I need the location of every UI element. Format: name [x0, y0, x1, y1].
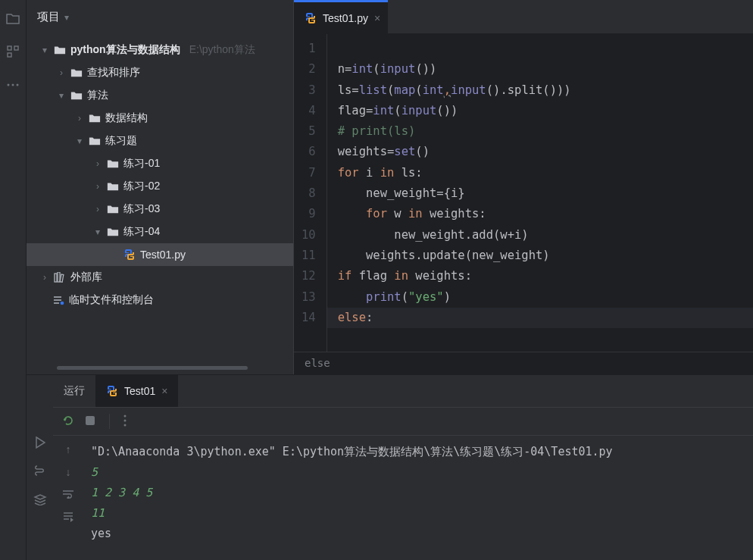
svg-rect-10	[86, 416, 95, 425]
chevron-right-icon: ›	[93, 181, 102, 192]
code-content[interactable]: n=int(input()) ls=list(map(int,input().s…	[327, 34, 571, 352]
tree-item-label: 练习-03	[123, 202, 160, 216]
project-tool-icon[interactable]	[4, 9, 22, 27]
folder-icon	[54, 45, 66, 55]
svg-point-9	[61, 302, 64, 305]
tree-item-label: 练习-01	[123, 157, 160, 171]
layers-icon[interactable]	[33, 493, 47, 508]
chevron-down-icon: ▾	[40, 45, 49, 55]
more-tools-icon[interactable]	[4, 76, 22, 94]
tree-item-file[interactable]: Test01.py	[27, 243, 293, 266]
folder-icon	[107, 204, 119, 214]
project-panel-header[interactable]: 项目 ▾	[27, 0, 293, 34]
python-console-icon[interactable]	[33, 465, 47, 480]
library-icon	[54, 272, 66, 283]
tree-item[interactable]: › 查找和排序	[27, 61, 293, 84]
project-panel-title: 项目	[37, 10, 60, 24]
svg-rect-1	[14, 46, 18, 50]
console-line: 5	[91, 462, 745, 483]
tree-item-label: 练习题	[105, 134, 137, 148]
svg-point-4	[12, 84, 14, 86]
tree-item[interactable]: ▾ 算法	[27, 84, 293, 107]
folder-icon	[89, 136, 101, 146]
svg-point-5	[17, 84, 19, 86]
chevron-down-icon: ▾	[64, 12, 69, 23]
chevron-right-icon: ›	[75, 113, 84, 124]
run-panel: 运行 Test01 × ↑ ↓	[27, 374, 753, 560]
tree-root[interactable]: ▾ python算法与数据结构 E:\python算法	[27, 39, 293, 61]
tree-item[interactable]: › 练习-01	[27, 152, 293, 175]
console-line: yes	[91, 524, 745, 544]
chevron-right-icon: ›	[40, 272, 49, 283]
chevron-right-icon: ›	[93, 204, 102, 214]
svg-point-11	[124, 415, 127, 417]
folder-icon	[89, 113, 101, 124]
svg-rect-0	[8, 46, 11, 50]
console-output[interactable]: "D:\Anaaconda 3\python.exe" E:\python算法与…	[83, 436, 753, 560]
svg-rect-6	[55, 274, 57, 282]
rerun-icon[interactable]	[62, 415, 74, 429]
svg-rect-8	[60, 274, 64, 282]
run-toolbar	[53, 407, 753, 436]
tree-item-label: 查找和排序	[87, 66, 140, 80]
tree-item[interactable]: › 数据结构	[27, 107, 293, 130]
folder-icon	[107, 227, 119, 237]
tab-label: Test01.py	[323, 12, 368, 24]
folder-icon	[107, 158, 119, 169]
play-icon[interactable]	[33, 436, 47, 452]
stop-icon[interactable]	[85, 415, 95, 428]
tree-item-label: 练习-02	[123, 180, 160, 193]
scroll-to-end-icon[interactable]	[62, 512, 74, 524]
activity-bar	[0, 0, 27, 560]
run-tabs: 运行 Test01 ×	[53, 375, 753, 407]
tree-item[interactable]: › 练习-03	[27, 198, 293, 221]
editor: Test01.py × 1234567891011121314 n=int(in…	[293, 0, 753, 374]
horizontal-scrollbar[interactable]	[57, 366, 248, 370]
tree-item[interactable]: ▾ 练习-04	[27, 221, 293, 243]
svg-point-3	[8, 84, 10, 86]
tree-item-label: 算法	[87, 89, 108, 102]
scratch-icon	[52, 295, 64, 305]
chevron-down-icon: ▾	[57, 90, 66, 101]
down-arrow-icon[interactable]: ↓	[66, 466, 71, 478]
editor-tab[interactable]: Test01.py ×	[294, 0, 388, 33]
up-arrow-icon[interactable]: ↑	[66, 443, 71, 455]
chevron-right-icon: ›	[93, 158, 102, 169]
python-file-icon	[106, 385, 118, 397]
chevron-down-icon: ▾	[75, 136, 84, 146]
tree-path-hint: E:\python算法	[189, 43, 255, 57]
chevron-down-icon: ▾	[93, 227, 102, 237]
tree-item-label: 练习-04	[123, 225, 160, 239]
tree-item[interactable]: › 练习-02	[27, 175, 293, 198]
console-line: 1 2 3 4 5	[91, 483, 745, 503]
folder-icon	[107, 181, 119, 192]
project-tree: ▾ python算法与数据结构 E:\python算法 › 查找和排序 ▾ 算法	[27, 34, 293, 359]
editor-tabs: Test01.py ×	[294, 0, 753, 34]
tree-item-label: 临时文件和控制台	[69, 293, 154, 307]
more-actions-icon[interactable]	[123, 415, 127, 429]
svg-point-13	[124, 424, 127, 426]
gutter: 1234567891011121314	[294, 34, 327, 352]
close-icon[interactable]: ×	[374, 12, 380, 24]
svg-point-12	[124, 419, 127, 421]
python-file-icon	[305, 12, 317, 24]
run-tool-label[interactable]: 运行	[53, 375, 95, 407]
python-file-icon	[123, 249, 136, 261]
console-line: "D:\Anaaconda 3\python.exe" E:\python算法与…	[91, 442, 745, 462]
tree-external-lib[interactable]: › 外部库	[27, 266, 293, 289]
console-line: 11	[91, 503, 745, 524]
run-tab-label: Test01	[124, 385, 155, 397]
tree-item-label: Test01.py	[140, 249, 186, 261]
tree-item-label: 外部库	[70, 271, 102, 284]
soft-wrap-icon[interactable]	[62, 489, 74, 501]
tree-item-label: python算法与数据结构	[70, 43, 180, 57]
tree-item[interactable]: ▾ 练习题	[27, 130, 293, 152]
project-panel: 项目 ▾ ▾ python算法与数据结构 E:\python算法 › 查找和排序	[27, 0, 293, 374]
tree-scratches[interactable]: 临时文件和控制台	[27, 289, 293, 311]
run-config-tab[interactable]: Test01 ×	[95, 375, 178, 407]
breadcrumb[interactable]: else	[294, 352, 753, 374]
folder-icon	[70, 67, 83, 78]
close-icon[interactable]: ×	[161, 385, 167, 397]
tree-item-label: 数据结构	[105, 111, 148, 125]
structure-icon[interactable]	[4, 42, 22, 61]
